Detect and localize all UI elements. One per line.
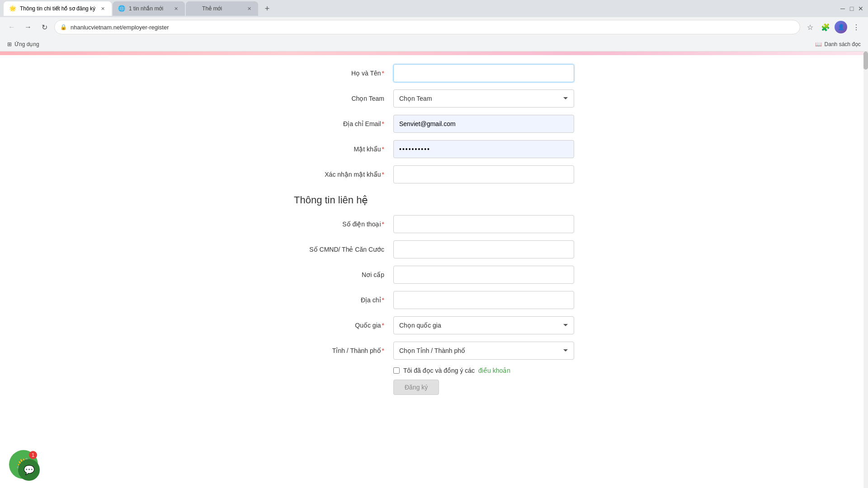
lock-icon: 🔒 xyxy=(60,24,67,30)
dieu-khoan-link[interactable]: điều khoản xyxy=(478,367,510,374)
danh-sach-doc-label: Danh sách đọc xyxy=(825,41,861,47)
extensions-icon[interactable]: 🧩 xyxy=(819,21,832,33)
pink-header-bar xyxy=(0,52,868,55)
chat-circle-icon: 💬 xyxy=(24,465,35,475)
tab-1[interactable]: 🌟 Thông tin chi tiết hồ sơ đăng ký ✕ xyxy=(4,1,112,16)
tinh-label: Tỉnh / Thành phố* xyxy=(294,347,393,354)
xac-nhan-row: Xác nhận mật khẩu* xyxy=(294,165,574,183)
forward-button[interactable]: → xyxy=(22,21,34,33)
registration-form: Họ và Tên* Chọn Team Chọn Team Team A Te… xyxy=(276,55,592,413)
scrollbar-thumb[interactable] xyxy=(863,52,868,70)
mat-khau-row: Mật khẩu* xyxy=(294,140,574,158)
required-star: * xyxy=(382,70,384,77)
maximize-button[interactable]: □ xyxy=(848,5,855,12)
xac-nhan-label: Xác nhận mật khẩu* xyxy=(294,171,393,178)
apps-label: Ứng dụng xyxy=(14,41,39,47)
scrollbar[interactable] xyxy=(863,52,868,488)
back-button[interactable]: ← xyxy=(5,21,18,33)
tab-2-title: 1 tin nhắn mới xyxy=(129,5,169,12)
so-dien-thoai-label: Số điện thoại* xyxy=(294,221,393,228)
chon-team-select[interactable]: Chọn Team Team A Team B Team C xyxy=(393,89,574,108)
quoc-gia-required-star: * xyxy=(382,322,384,329)
tab-bar: 🌟 Thông tin chi tiết hồ sơ đăng ký ✕ 🌐 1… xyxy=(0,0,868,17)
window-controls: ─ □ ✕ xyxy=(839,5,864,12)
browser-window: 🌟 Thông tin chi tiết hồ sơ đăng ký ✕ 🌐 1… xyxy=(0,0,868,488)
star-icon[interactable]: ☆ xyxy=(804,21,816,33)
tab-3-close[interactable]: ✕ xyxy=(245,5,253,12)
url-text: nhanlucvietnam.net/employer-register xyxy=(71,24,794,31)
email-label: Địa chỉ Email* xyxy=(294,120,393,127)
chon-team-label: Chọn Team xyxy=(294,95,393,102)
address-bar[interactable]: 🔒 nhanlucvietnam.net/employer-register xyxy=(54,20,800,34)
ho-va-ten-input[interactable] xyxy=(393,64,574,82)
mat-khau-label: Mật khẩu* xyxy=(294,145,393,153)
quoc-gia-select[interactable]: Chọn quốc gia Việt Nam xyxy=(393,316,574,334)
so-cmnd-row: Số CMND/ Thẻ Căn Cước xyxy=(294,240,574,258)
mat-khau-required-star: * xyxy=(382,145,384,153)
noi-cap-input[interactable] xyxy=(393,266,574,284)
email-input[interactable] xyxy=(393,115,574,133)
minimize-button[interactable]: ─ xyxy=(839,5,846,12)
tab-2-close[interactable]: ✕ xyxy=(172,5,179,12)
dia-chi-required-star: * xyxy=(382,296,384,304)
ho-va-ten-row: Họ và Tên* xyxy=(294,64,574,82)
apps-button[interactable]: ⊞ Ứng dụng xyxy=(7,41,39,47)
bookmarks-bar: ⊞ Ứng dụng 📖 Danh sách đọc xyxy=(0,37,868,52)
so-dien-thoai-row: Số điện thoại* xyxy=(294,215,574,233)
terms-text-pre: Tôi đã đọc và đồng ý các xyxy=(403,367,475,374)
chat-badge: 1 xyxy=(29,451,37,459)
tab-2-favicon: 🌐 xyxy=(118,5,125,12)
terms-label[interactable]: Tôi đã đọc và đồng ý các điều khoản xyxy=(393,367,510,374)
tab-2[interactable]: 🌐 1 tin nhắn mới ✕ xyxy=(113,1,185,16)
terms-row: Tôi đã đọc và đồng ý các điều khoản xyxy=(393,367,574,374)
contact-info-title: Thông tin liên hệ xyxy=(294,194,574,206)
chat-widget[interactable]: 👋 1 💬 xyxy=(9,450,38,479)
terms-checkbox[interactable] xyxy=(393,367,400,374)
email-row: Địa chỉ Email* xyxy=(294,115,574,133)
tab-3[interactable]: Thẻ mới ✕ xyxy=(186,1,258,16)
xac-nhan-required-star: * xyxy=(382,171,384,178)
toolbar-icons: ☆ 🧩 👤 ⋮ xyxy=(804,21,863,33)
email-required-star: * xyxy=(382,120,384,127)
so-dien-thoai-input[interactable] xyxy=(393,215,574,233)
bookmarks-icon: 📖 xyxy=(815,41,822,47)
tinh-required-star: * xyxy=(382,347,384,354)
sdt-required-star: * xyxy=(382,221,384,228)
ho-va-ten-label: Họ và Tên* xyxy=(294,70,393,77)
browser-controls: ← → ↻ 🔒 nhanlucvietnam.net/employer-regi… xyxy=(0,17,868,37)
tab-3-title: Thẻ mới xyxy=(202,5,242,12)
reload-button[interactable]: ↻ xyxy=(38,21,51,33)
submit-row: Đăng ký xyxy=(294,380,574,395)
tinh-row: Tỉnh / Thành phố* Chọn Tỉnh / Thành phố … xyxy=(294,342,574,360)
noi-cap-row: Nơi cấp xyxy=(294,266,574,284)
menu-icon[interactable]: ⋮ xyxy=(850,21,863,33)
danh-sach-doc-button[interactable]: 📖 Danh sách đọc xyxy=(815,41,861,47)
quoc-gia-label: Quốc gia* xyxy=(294,322,393,329)
xac-nhan-input[interactable] xyxy=(393,165,574,183)
dia-chi-input[interactable] xyxy=(393,291,574,309)
mat-khau-input[interactable] xyxy=(393,140,574,158)
apps-grid-icon: ⊞ xyxy=(7,41,12,47)
new-tab-button[interactable]: + xyxy=(261,2,274,15)
submit-button[interactable]: Đăng ký xyxy=(393,380,439,395)
chon-team-row: Chọn Team Chọn Team Team A Team B Team C xyxy=(294,89,574,108)
page-content: Họ và Tên* Chọn Team Chọn Team Team A Te… xyxy=(0,52,868,488)
chat-green-circle: 💬 xyxy=(18,459,40,481)
tab-1-close[interactable]: ✕ xyxy=(99,5,106,12)
tinh-select[interactable]: Chọn Tỉnh / Thành phố Hà Nội TP. Hồ Chí … xyxy=(393,342,574,360)
noi-cap-label: Nơi cấp xyxy=(294,271,393,278)
so-cmnd-label: Số CMND/ Thẻ Căn Cước xyxy=(294,246,393,253)
tab-3-favicon xyxy=(191,5,198,12)
dia-chi-label: Địa chỉ* xyxy=(294,296,393,304)
quoc-gia-row: Quốc gia* Chọn quốc gia Việt Nam xyxy=(294,316,574,334)
tab-1-favicon: 🌟 xyxy=(9,5,16,12)
profile-avatar[interactable]: 👤 xyxy=(835,21,847,33)
close-button[interactable]: ✕ xyxy=(857,5,864,12)
dia-chi-row: Địa chỉ* xyxy=(294,291,574,309)
so-cmnd-input[interactable] xyxy=(393,240,574,258)
tab-1-title: Thông tin chi tiết hồ sơ đăng ký xyxy=(20,5,95,12)
